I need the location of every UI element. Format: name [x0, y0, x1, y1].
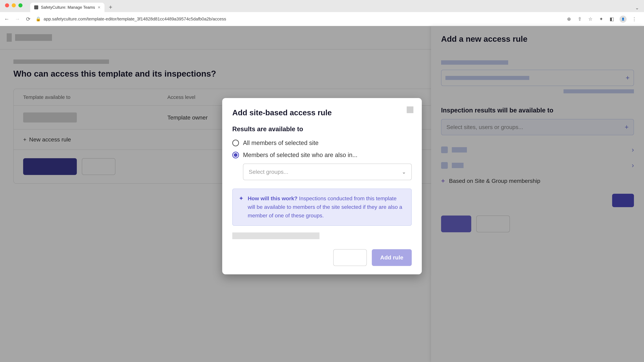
- radio-all-members[interactable]: All members of selected site: [232, 139, 412, 146]
- new-tab-button[interactable]: +: [106, 2, 115, 12]
- tab-close-icon[interactable]: ×: [98, 5, 100, 10]
- app-viewport: 3. Access Who can access this template a…: [0, 26, 644, 362]
- sidepanel-icon[interactable]: ◧: [609, 16, 615, 22]
- add-rule-button[interactable]: Add rule: [372, 249, 412, 266]
- profile-icon[interactable]: 👤: [620, 15, 626, 23]
- tab-bar: SafetyCulture: Manage Teams × +: [0, 0, 644, 12]
- share-icon[interactable]: ⇧: [576, 16, 582, 22]
- cancel-button[interactable]: [333, 249, 367, 266]
- dropdown-placeholder: Select groups...: [249, 169, 288, 175]
- back-button[interactable]: ←: [3, 16, 10, 22]
- lock-icon: 🔒: [36, 16, 41, 22]
- bookmark-icon[interactable]: ☆: [587, 16, 593, 22]
- menu-icon[interactable]: ⋮: [631, 16, 637, 22]
- favicon: [34, 5, 38, 9]
- radio-label: All members of selected site: [243, 139, 318, 146]
- radio-label: Members of selected site who are also in…: [243, 151, 358, 159]
- modal-title: Add site-based access rule: [232, 108, 412, 117]
- modal-close-button[interactable]: [407, 106, 414, 113]
- select-groups-dropdown[interactable]: Select groups... ⌄: [243, 164, 412, 180]
- browser-tab[interactable]: SafetyCulture: Manage Teams ×: [30, 3, 104, 12]
- tab-title: SafetyCulture: Manage Teams: [41, 5, 95, 10]
- content-placeholder: [232, 232, 320, 239]
- window-controls: [0, 0, 28, 7]
- sparkle-icon: ✦: [239, 195, 244, 220]
- url-text: app.safetyculture.com/template-editor/te…: [44, 16, 226, 22]
- reload-button[interactable]: ⟳: [25, 16, 32, 22]
- radio-members-in-group[interactable]: Members of selected site who are also in…: [232, 151, 412, 159]
- radio-button-selected-icon: [232, 152, 239, 158]
- modal-footer: Add rule: [232, 249, 412, 266]
- add-site-access-modal: Add site-based access rule Results are a…: [222, 98, 422, 274]
- forward-button[interactable]: →: [14, 16, 21, 22]
- window-close-button[interactable]: [5, 3, 9, 7]
- address-bar: ← → ⟳ 🔒 app.safetyculture.com/template-e…: [0, 12, 644, 26]
- url-field[interactable]: 🔒 app.safetyculture.com/template-editor/…: [36, 16, 562, 22]
- radio-button-icon: [232, 140, 239, 146]
- modal-subtitle: Results are available to: [232, 125, 412, 133]
- window-maximize-button[interactable]: [18, 3, 22, 7]
- info-strong: How will this work?: [248, 195, 298, 201]
- info-callout: ✦ How will this work? Inspections conduc…: [232, 189, 412, 226]
- chevron-down-icon: ⌄: [402, 169, 406, 175]
- extensions-icon[interactable]: ✦: [598, 16, 604, 22]
- browser-chrome: ⌄ SafetyCulture: Manage Teams × + ← → ⟳ …: [0, 0, 644, 26]
- window-minimize-button[interactable]: [12, 3, 16, 7]
- info-text: How will this work? Inspections conducte…: [248, 194, 405, 220]
- zoom-icon[interactable]: ⊕: [566, 16, 572, 22]
- chevron-down-icon[interactable]: ⌄: [635, 5, 639, 10]
